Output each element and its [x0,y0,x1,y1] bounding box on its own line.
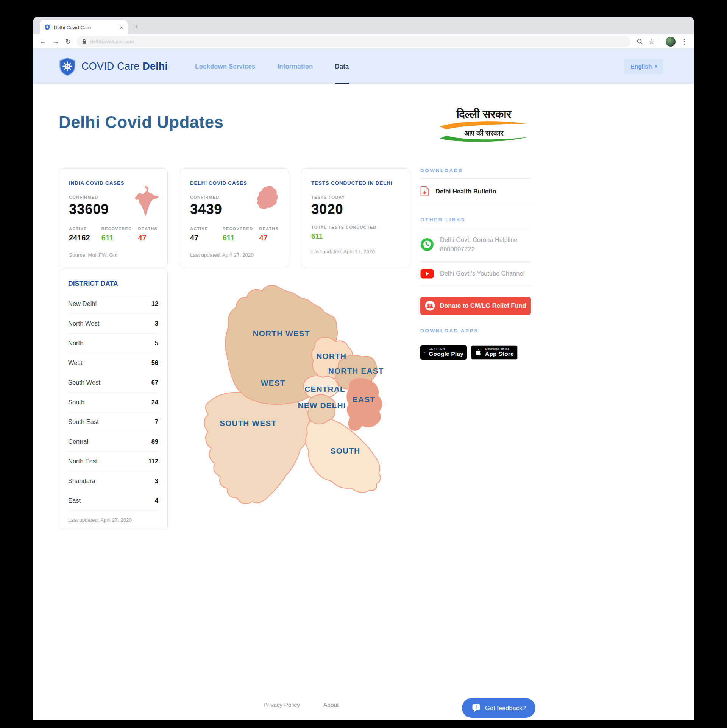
right-sidebar: DOWNLOADS Delhi Health Bulletin OTHER LI… [420,168,531,360]
reload-icon[interactable]: ↻ [65,37,71,46]
deaths-value: 47 [259,234,279,242]
active-label: ACTIVE [190,226,223,231]
brand-name: COVID Care Delhi [81,61,168,72]
site-logo[interactable]: COVID Care Delhi [59,49,168,84]
map-label-south-west: SOUTH WEST [220,419,276,427]
menu-kebab-icon[interactable]: ⋮ [681,37,688,46]
district-name: North West [68,320,99,327]
health-bulletin-label: Delhi Health Bulletin [435,188,496,195]
privacy-policy-link[interactable]: Privacy Policy [264,701,300,708]
about-link[interactable]: About [323,701,339,708]
map-label-east: EAST [353,395,375,404]
stats-row: ACTIVE47 RECOVERED611 DEATHS47 [190,226,279,242]
tab-close-icon[interactable]: × [120,24,123,31]
apple-icon [475,348,482,357]
india-cases-card: INDIA COVID CASES CONFIRMED 33609 ACTIVE… [59,168,168,267]
language-selector[interactable]: English ▾ [624,59,663,74]
district-value: 12 [151,300,158,307]
map-label-new-delhi: NEW DELHI [298,401,346,410]
donate-label: Donate to CM/LG Relief Fund [440,302,526,309]
health-bulletin-link[interactable]: Delhi Health Bulletin [420,179,531,204]
tab-strip: Delhi Covid Care × + [33,17,694,34]
district-name: Shahdara [68,477,95,485]
download-apps-heading: DOWNLOAD APPS [420,328,531,338]
tricolor-orange-swoosh [440,121,528,129]
recovered-value: 611 [101,234,138,242]
feedback-button[interactable]: ! Got feedback? [462,698,535,718]
browser-tab[interactable]: Delhi Covid Care × [40,20,128,34]
page-title: Delhi Covid Updates [59,113,223,132]
main-nav: Lockdown Services Information Data [195,49,349,84]
district-value: 4 [155,497,158,504]
total-tests-value: 611 [311,232,400,240]
zoom-search-icon[interactable] [637,38,643,45]
forward-icon[interactable]: → [52,37,59,45]
donate-button[interactable]: Donate to CM/LG Relief Fund [420,297,531,315]
badge-text: GET IT ONGoogle Play [429,347,463,357]
pdf-icon [420,186,429,196]
downloads-heading: DOWNLOADS [420,168,531,179]
total-tests-label: TOTAL TESTS CONDUCTED [311,225,400,229]
helpline-link[interactable]: Delhi Govt. Corona Helpline8800007722 [420,228,531,262]
table-row: Central89 [68,432,158,452]
nav-information[interactable]: Information [277,49,313,84]
district-name: East [68,497,81,504]
youtube-icon [420,269,434,279]
map-label-west: WEST [261,379,285,387]
browser-toolbar: ← → ↻ delhicovidcare.com ☆ ⋮ [33,34,694,49]
google-play-badge[interactable]: GET IT ONGoogle Play [420,345,467,360]
back-icon[interactable]: ← [39,37,46,45]
district-value: 56 [151,359,158,366]
table-row: East4 [68,491,158,511]
district-value: 3 [155,320,158,327]
address-bar[interactable]: delhicovidcare.com [77,36,630,47]
app-store-badge[interactable]: Download on theApp Store [471,345,518,360]
toolbar-right: ☆ ⋮ [637,37,688,47]
district-value: 112 [148,458,158,465]
map-label-north: NORTH [316,352,346,360]
govt-logo-subtitle: आप की सरकार [464,129,504,137]
toolbar-divider [660,38,660,45]
tests-today-label: TESTS TODAY [311,195,400,200]
badge-text: Download on theApp Store [485,347,514,357]
map-label-south: SOUTH [331,446,360,455]
table-row: Shahdara3 [68,471,158,491]
district-value: 89 [151,438,158,445]
lock-icon [82,39,86,44]
district-name: South [68,399,84,406]
language-label: English [630,63,652,70]
feedback-bubble-icon: ! [472,703,481,712]
district-name: New Delhi [68,300,97,307]
stat-cards: INDIA COVID CASES CONFIRMED 33609 ACTIVE… [59,168,410,267]
url-text: delhicovidcare.com [90,39,134,44]
district-name: West [68,359,82,366]
active-label: ACTIVE [69,226,101,231]
map-region-south [306,418,381,493]
district-data-title: DISTRICT DATA [68,280,158,294]
district-name: Central [68,438,88,445]
govt-logo-title: दिल्ली सरकार [456,108,512,120]
nav-data[interactable]: Data [335,49,349,84]
card-updated: Last updated: April 27, 2020 [311,249,400,254]
table-row: North West3 [68,314,158,334]
table-row: North East112 [68,452,158,471]
svg-text:!: ! [475,704,477,710]
nav-lockdown-services[interactable]: Lockdown Services [195,49,255,84]
browser-window: Delhi Covid Care × + ← → ↻ delhicovidcar… [33,17,694,720]
district-name: North East [68,458,98,465]
table-row: New Delhi12 [68,294,158,314]
other-links-heading: OTHER LINKS [420,217,531,228]
profile-avatar[interactable] [666,37,676,47]
youtube-link[interactable]: Delhi Govt.'s Youtube Channel [420,262,531,286]
new-tab-button[interactable]: + [134,23,138,31]
card-updated: Last updated: April 27, 2020 [190,252,279,258]
table-row: North5 [68,334,158,353]
district-name: North [68,340,83,347]
district-value: 5 [155,340,158,347]
district-name: South East [68,418,99,426]
youtube-label: Delhi Govt.'s Youtube Channel [440,269,524,278]
whatsapp-icon [420,238,434,251]
district-value: 67 [151,379,158,386]
bookmark-star-icon[interactable]: ☆ [649,37,655,46]
map-region-east [347,379,382,431]
